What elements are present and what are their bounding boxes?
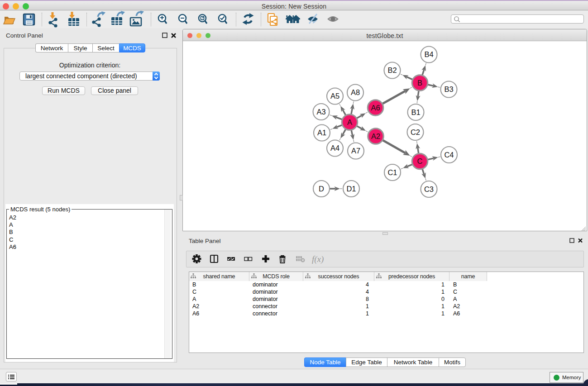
svg-text:B3: B3: [444, 85, 453, 93]
svg-text:A7: A7: [351, 147, 360, 155]
svg-text:B4: B4: [424, 50, 433, 58]
svg-text:C2: C2: [411, 128, 420, 136]
svg-text:C: C: [417, 157, 423, 165]
svg-text:B1: B1: [411, 108, 420, 116]
svg-text:C4: C4: [444, 151, 454, 159]
svg-text:C3: C3: [424, 185, 434, 193]
svg-text:A6: A6: [371, 104, 380, 112]
svg-text:A3: A3: [316, 108, 325, 116]
svg-text:A1: A1: [317, 129, 326, 137]
svg-text:B2: B2: [387, 66, 397, 74]
svg-text:B: B: [417, 79, 422, 87]
svg-text:D: D: [319, 185, 324, 193]
svg-text:A4: A4: [330, 144, 339, 152]
svg-text:A2: A2: [371, 132, 380, 140]
svg-text:A5: A5: [330, 92, 339, 100]
svg-text:C1: C1: [387, 168, 397, 176]
svg-text:D1: D1: [346, 185, 356, 193]
svg-text:f(x): f(x): [312, 254, 324, 264]
svg-text:A: A: [347, 118, 352, 126]
svg-text:A8: A8: [351, 88, 360, 96]
